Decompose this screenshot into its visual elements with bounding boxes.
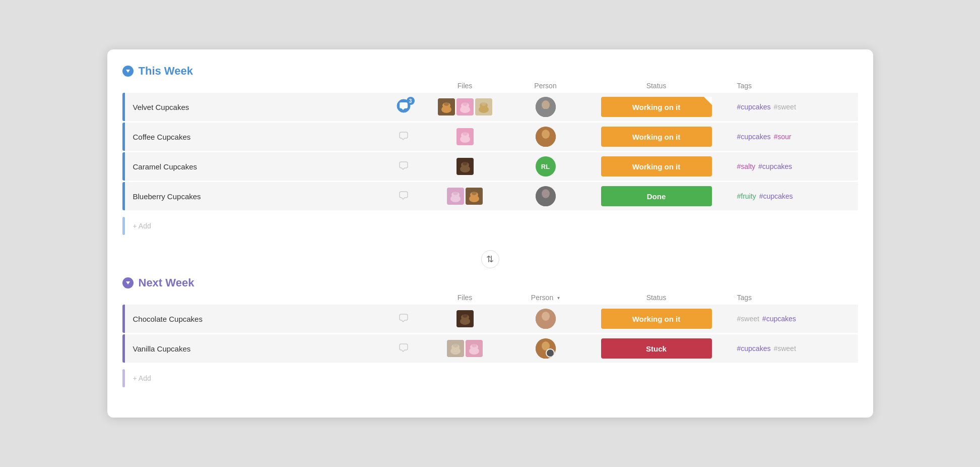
avatar	[536, 97, 556, 117]
status-cell[interactable]: Working on it	[586, 97, 727, 117]
add-bar	[122, 369, 125, 387]
section-header: Next Week	[122, 276, 858, 289]
chat-cell[interactable]	[384, 129, 425, 145]
col-header-chat	[384, 294, 425, 302]
tag: #cupcakes	[762, 315, 796, 323]
svg-rect-35	[451, 197, 460, 201]
task-name: Velvet Cupcakes	[133, 103, 189, 111]
task-color-bar	[122, 123, 125, 151]
section-header: This Week	[122, 65, 858, 78]
chat-icon[interactable]	[397, 158, 413, 174]
chat-icon[interactable]	[397, 129, 413, 145]
col-header-person: Person	[505, 82, 586, 90]
task-row: Velvet Cupcakes 3 Working on it#cupcakes…	[122, 93, 858, 121]
svg-rect-22	[461, 138, 469, 142]
chat-icon[interactable]: 3	[397, 99, 413, 115]
status-badge[interactable]: Working on it	[601, 156, 712, 177]
svg-point-26	[542, 130, 550, 139]
col-header-status: Status	[586, 294, 727, 302]
task-name: Vanilla Cupcakes	[133, 344, 191, 353]
section-toggle[interactable]	[122, 277, 134, 288]
svg-point-32	[463, 161, 468, 165]
tag: #cupcakes	[737, 103, 771, 111]
tags-cell: #cupcakes#sour	[727, 133, 858, 141]
task-row: Chocolate Cupcakes Working on it#sweet#c…	[122, 305, 858, 333]
tags-cell: #salty#cupcakes	[727, 162, 858, 170]
svg-point-53	[542, 312, 550, 321]
chat-cell[interactable]: 3	[384, 99, 425, 115]
chat-icon[interactable]	[397, 311, 413, 327]
file-thumbnail	[456, 98, 474, 115]
col-header-files: Files	[425, 82, 505, 90]
file-thumbnail	[438, 98, 455, 115]
person-cell	[505, 127, 586, 147]
status-cell[interactable]: Done	[586, 186, 727, 206]
svg-rect-57	[451, 349, 460, 354]
task-name-cell: Velvet Cupcakes	[122, 93, 384, 121]
avatar	[536, 309, 556, 329]
task-color-bar	[122, 182, 125, 210]
tag: #sour	[773, 133, 791, 141]
file-thumbnail	[447, 340, 464, 357]
status-cell[interactable]: Working on it	[586, 309, 727, 329]
app-container: This WeekFilesPersonStatusTagsVelvet Cup…	[107, 49, 873, 418]
chat-cell[interactable]	[384, 158, 425, 174]
add-label[interactable]: + Add	[133, 374, 151, 382]
section-title: Next Week	[139, 276, 194, 289]
col-header-person: Person▾	[505, 294, 586, 302]
divider-button[interactable]: ⇅	[481, 250, 499, 268]
files-cell	[425, 128, 505, 145]
tag: #sweet	[773, 344, 796, 353]
svg-point-37	[453, 191, 458, 195]
add-row[interactable]: + Add	[122, 212, 858, 240]
task-name-cell: Vanilla Cupcakes	[122, 334, 384, 363]
status-badge[interactable]: Working on it	[601, 127, 712, 147]
avatar	[536, 186, 556, 206]
status-badge[interactable]: Stuck	[601, 338, 712, 359]
files-cell	[425, 158, 505, 175]
task-name-cell: Blueberry Cupcakes	[122, 182, 384, 210]
col-header-chat	[384, 82, 425, 90]
task-name: Blueberry Cupcakes	[133, 192, 201, 201]
task-name: Caramel Cupcakes	[133, 162, 198, 171]
tag: #cupcakes	[737, 133, 771, 141]
svg-marker-0	[126, 70, 130, 73]
status-cell[interactable]: Working on it	[586, 127, 727, 147]
person-cell	[505, 309, 586, 329]
add-bar	[122, 217, 125, 235]
chat-cell[interactable]	[384, 340, 425, 357]
svg-rect-9	[461, 108, 469, 112]
task-color-bar	[122, 93, 125, 121]
status-badge[interactable]: Working on it	[601, 97, 712, 117]
file-thumbnail	[447, 188, 464, 205]
tags-cell: #sweet#cupcakes	[727, 315, 858, 323]
person-dropdown-icon[interactable]: ▾	[557, 295, 560, 301]
avatar: RL	[536, 156, 556, 177]
add-row[interactable]: + Add	[122, 364, 858, 392]
avatar	[536, 338, 556, 359]
chat-cell[interactable]	[384, 188, 425, 204]
svg-rect-40	[470, 197, 478, 201]
files-cell	[425, 340, 505, 357]
chat-icon[interactable]	[397, 340, 413, 357]
task-name-cell: Chocolate Cupcakes	[122, 305, 384, 333]
tag: #sweet	[773, 103, 796, 111]
status-cell[interactable]: Stuck	[586, 338, 727, 359]
chat-cell[interactable]	[384, 311, 425, 327]
add-label[interactable]: + Add	[133, 222, 151, 230]
status-cell[interactable]: Working on it	[586, 156, 727, 177]
file-thumbnail	[456, 310, 474, 327]
svg-point-51	[463, 314, 468, 318]
files-cell	[425, 310, 505, 327]
section-toggle[interactable]	[122, 66, 134, 77]
file-thumbnail	[456, 158, 474, 175]
person-cell	[505, 186, 586, 206]
svg-marker-46	[126, 281, 130, 284]
tag: #cupcakes	[759, 192, 793, 200]
status-badge[interactable]: Working on it	[601, 309, 712, 329]
chat-icon[interactable]	[397, 188, 413, 204]
status-badge[interactable]: Done	[601, 186, 712, 206]
section-next-week: Next WeekFilesPerson▾StatusTagsChocolate…	[122, 276, 858, 392]
col-header-name	[122, 294, 384, 302]
task-name: Chocolate Cupcakes	[133, 315, 203, 323]
